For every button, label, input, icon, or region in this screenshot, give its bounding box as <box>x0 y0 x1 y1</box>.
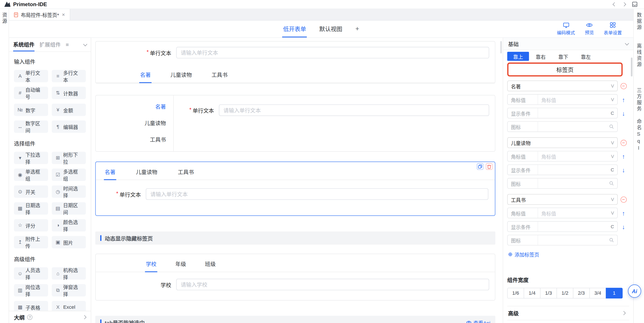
icon-input[interactable] <box>538 235 618 245</box>
palette-item-date-range[interactable]: ▤日期区间 <box>52 202 86 215</box>
school-input[interactable] <box>176 279 489 290</box>
search-icon[interactable] <box>609 238 614 242</box>
palette-item-image[interactable]: ▣图片 <box>52 236 86 248</box>
copy-widget-button[interactable] <box>477 163 483 170</box>
code-mode-button[interactable]: 编码模式 <box>557 22 575 36</box>
panel-toggle-icon[interactable] <box>632 2 638 7</box>
canvas-scrollbar-thumb[interactable] <box>500 41 502 53</box>
search-icon[interactable] <box>609 181 614 186</box>
form-settings-button[interactable]: 表单设置 <box>604 22 622 36</box>
width-option-1-2[interactable]: 1/2 <box>556 288 574 299</box>
move-down-icon[interactable]: ↓ <box>622 110 625 116</box>
variable-toggle[interactable]: V <box>611 83 614 88</box>
tab-item-reference-books[interactable]: 工具书 <box>211 67 228 83</box>
palette-item-single-line-text[interactable]: A单行文本 <box>14 70 48 82</box>
palette-item-checkbox-group[interactable]: ☑多选框组 <box>52 169 86 181</box>
tab-item-grade[interactable]: 年级 <box>174 256 187 272</box>
palette-item-number[interactable]: №数字 <box>14 104 48 116</box>
tabs-widget-school[interactable]: 学校 年级 班级 学校 <box>95 254 496 301</box>
palette-item-radio-group[interactable]: ◉单选框组 <box>14 169 48 181</box>
delete-widget-button[interactable] <box>486 163 492 170</box>
variable-toggle[interactable]: V <box>611 154 614 159</box>
add-view-button[interactable]: + <box>355 21 360 38</box>
condition-input[interactable]: C <box>538 165 618 175</box>
tabs-widget-left-position[interactable]: 名著 儿童读物 工具书 * 单行文本 <box>95 95 496 152</box>
tab-extension-components[interactable]: 扩展组件 <box>40 38 61 51</box>
tab-item-class[interactable]: 班级 <box>204 256 216 272</box>
collapse-section-icon[interactable] <box>625 41 629 45</box>
palette-item-switch[interactable]: ⊙开关 <box>14 185 48 198</box>
move-down-icon[interactable]: ↓ <box>622 223 625 229</box>
palette-item-person-picker[interactable]: ☺人员选择 <box>14 267 48 279</box>
tab-item-children-books[interactable]: 儿童读物 <box>170 67 193 83</box>
advanced-section-row[interactable]: 高级 <box>507 306 629 320</box>
expand-advanced-icon[interactable] <box>622 311 626 315</box>
palette-item-dialog-picker[interactable]: ⧉弹窗选择 <box>52 284 86 296</box>
palette-item-number-range[interactable]: ↔数字区间 <box>14 120 48 133</box>
position-top-button[interactable]: 靠上 <box>507 52 529 61</box>
tabs-widget-bottom-position[interactable]: * 单行文本 名著 儿童读物 工具书 <box>95 41 496 83</box>
variable-toggle[interactable]: V <box>611 97 614 102</box>
badge-input[interactable]: 角标值V <box>538 208 618 218</box>
search-icon[interactable] <box>609 124 614 129</box>
palette-item-dropdown[interactable]: ▾下拉选择 <box>14 152 48 164</box>
single-line-text-input[interactable] <box>219 104 489 116</box>
dock-item-offline-resources[interactable]: 离线资源 <box>636 43 642 68</box>
tabs-widget-selected[interactable]: 名著 儿童读物 工具书 * 单行文本 <box>95 162 496 216</box>
variable-toggle[interactable]: V <box>611 210 614 215</box>
palette-item-org-picker[interactable]: ⌂机构选择 <box>52 267 86 279</box>
move-up-icon[interactable]: ↑ <box>622 96 625 103</box>
width-option-2-3[interactable]: 2/3 <box>573 288 590 299</box>
icon-input[interactable] <box>538 122 618 132</box>
condition-input[interactable]: C <box>538 108 618 118</box>
palette-item-counter[interactable]: ⇅计数器 <box>52 87 86 99</box>
condition-input[interactable]: C <box>538 222 618 231</box>
tab-item-mingzhu[interactable]: 名著 <box>96 99 174 115</box>
tab-item-mingzhu[interactable]: 名著 <box>139 67 152 83</box>
close-icon[interactable]: × <box>62 12 65 17</box>
palette-item-editor[interactable]: ¶编辑器 <box>52 120 86 133</box>
tab-item-school[interactable]: 学校 <box>145 256 157 272</box>
tab-default-view[interactable]: 默认视图 <box>318 21 343 38</box>
nav-back-icon[interactable] <box>613 2 617 6</box>
icon-input[interactable] <box>538 178 618 188</box>
width-option-1-4[interactable]: 1/4 <box>524 288 540 299</box>
single-line-text-input[interactable] <box>146 188 488 200</box>
width-option-full[interactable]: 1 <box>606 288 623 299</box>
tab-item-children-books[interactable]: 儿童读物 <box>135 164 158 180</box>
condition-toggle[interactable]: C <box>611 224 614 229</box>
tab-item-mingzhu[interactable]: 名著 <box>104 164 116 180</box>
dock-item-data-source[interactable]: 数据源 <box>636 12 642 31</box>
palette-item-file-upload[interactable]: ↥附件上传 <box>14 236 48 248</box>
outline-bar[interactable]: 大纲 ? <box>9 311 91 323</box>
single-line-text-input[interactable] <box>176 47 489 58</box>
style-section-row[interactable]: 样式 <box>507 320 629 323</box>
document-tab[interactable]: 布局控件-标签页* × <box>9 9 70 20</box>
palette-item-rating[interactable]: ☆评分 <box>14 219 48 231</box>
move-up-icon[interactable]: ↑ <box>622 210 625 216</box>
ai-assistant-button[interactable]: Ai <box>628 285 641 298</box>
variable-toggle[interactable]: V <box>611 197 614 202</box>
inspector-header[interactable]: 基础 <box>503 38 633 50</box>
width-option-1-6[interactable]: 1/6 <box>507 288 524 299</box>
dock-item-resources[interactable]: 资源 <box>1 12 8 25</box>
badge-input[interactable]: 角标值V <box>538 151 618 161</box>
tab-name-input[interactable]: 儿童读物 V <box>507 137 618 148</box>
dock-item-named-sql[interactable]: 命名Sql <box>636 119 642 152</box>
list-view-icon[interactable]: ≡ <box>66 42 69 48</box>
variable-toggle[interactable]: V <box>611 140 614 145</box>
palette-item-post-picker[interactable]: ▥岗位选择 <box>14 284 48 296</box>
collapse-palette-icon[interactable] <box>83 42 88 46</box>
palette-item-date-picker[interactable]: ▦日期选择 <box>14 202 48 215</box>
remove-tab-icon[interactable]: − <box>620 83 626 89</box>
palette-item-excel[interactable]: XExcel <box>52 301 86 311</box>
palette-item-multi-line-text[interactable]: ≡多行文本 <box>52 70 86 82</box>
add-tab-link[interactable]: ⊕ 添加标签页 <box>508 251 629 258</box>
remove-tab-icon[interactable]: − <box>620 140 626 146</box>
width-option-3-4[interactable]: 3/4 <box>590 288 606 299</box>
position-left-button[interactable]: 靠左 <box>575 52 597 61</box>
tab-system-components[interactable]: 系统组件 <box>13 38 34 51</box>
condition-toggle[interactable]: C <box>611 111 614 115</box>
palette-item-time-picker[interactable]: ◷时间选择 <box>52 185 86 198</box>
move-up-icon[interactable]: ↑ <box>622 153 625 159</box>
